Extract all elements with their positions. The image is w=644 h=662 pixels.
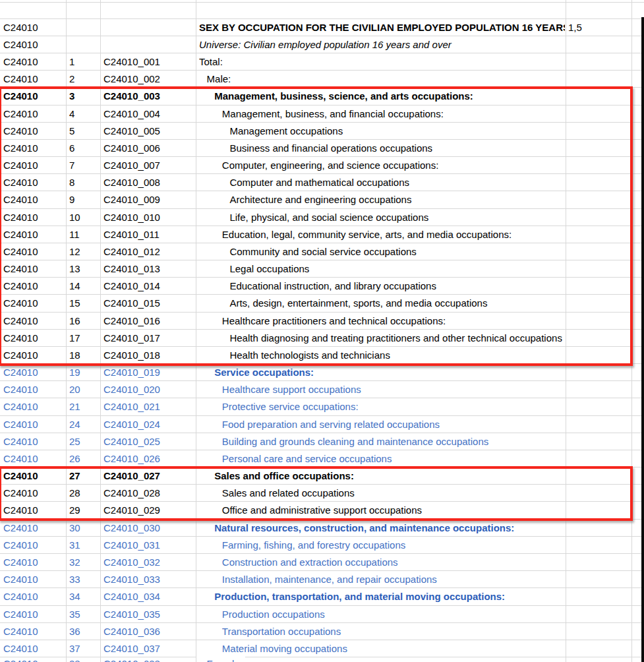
cell-label[interactable]: Total:: [196, 53, 225, 70]
cell-label[interactable]: Male:: [196, 71, 233, 87]
empty-row[interactable]: [0, 2, 644, 19]
cell-line-number[interactable]: 30: [69, 520, 80, 536]
cell-label[interactable]: Installation, maintenance, and repair oc…: [196, 571, 440, 587]
cell-line-number[interactable]: 38: [69, 655, 80, 662]
table-row: C24010 19 C24010_019 Service occupations…: [0, 364, 644, 381]
cell-label[interactable]: Protective service occupations:: [196, 398, 361, 415]
cell-table-id[interactable]: C24010: [3, 655, 38, 662]
cell-line-number[interactable]: 34: [69, 588, 80, 605]
table-title[interactable]: SEX BY OCCUPATION FOR THE CIVILIAN EMPLO…: [196, 19, 565, 36]
cell-label[interactable]: Female:: [196, 655, 245, 662]
cell-line-number[interactable]: 25: [69, 433, 80, 450]
cell-variable-code[interactable]: C24010_034: [103, 588, 160, 605]
table-row: C24010 36 C24010_036 Transportation occu…: [0, 623, 644, 640]
table-row: C24010 21 C24010_021 Protective service …: [0, 398, 644, 415]
cell-variable-code[interactable]: C24010_025: [103, 433, 160, 450]
cell-label[interactable]: Natural resources, construction, and mai…: [196, 520, 517, 536]
cell-table-id[interactable]: C24010: [3, 433, 38, 450]
cell-line-number[interactable]: 36: [69, 623, 80, 640]
cell-table-id[interactable]: C24010: [3, 571, 38, 587]
cell-label[interactable]: Transportation occupations: [196, 623, 343, 640]
cell-line-number[interactable]: 33: [69, 571, 80, 587]
cell-variable-code[interactable]: C24010_019: [103, 364, 160, 380]
cell-line-number[interactable]: 21: [69, 398, 80, 415]
cell-line-number[interactable]: 2: [69, 71, 74, 87]
table-row: C24010 32 C24010_032 Construction and ex…: [0, 554, 644, 571]
cell-label[interactable]: Construction and extraction occupations: [196, 554, 401, 570]
cell-line-number[interactable]: 24: [69, 416, 80, 433]
cell-variable-code[interactable]: C24010_002: [103, 71, 160, 87]
cell-table-id[interactable]: C24010: [3, 623, 38, 640]
table-row: C24010 34 C24010_034 Production, transpo…: [0, 588, 644, 605]
cell-variable-code[interactable]: C24010_035: [103, 606, 160, 622]
cell-table-id[interactable]: C24010: [3, 381, 38, 398]
cell-variable-code[interactable]: C24010_038: [103, 655, 160, 662]
title-row: C24010 SEX BY OCCUPATION FOR THE CIVILIA…: [0, 19, 644, 36]
cell-line-number[interactable]: 32: [69, 554, 80, 570]
table-row: C24010 26 C24010_026 Personal care and s…: [0, 450, 644, 467]
table-row: C24010 30 C24010_030 Natural resources, …: [0, 520, 644, 537]
cell-table-id[interactable]: C24010: [3, 450, 38, 467]
cell-line-number[interactable]: 26: [69, 450, 80, 467]
cell-line-number[interactable]: 37: [69, 640, 80, 657]
cell-line-number[interactable]: 19: [69, 364, 80, 380]
cell-table-id[interactable]: C24010: [3, 71, 38, 87]
cell-line-number[interactable]: 31: [69, 537, 80, 553]
cell-line-number[interactable]: 35: [69, 606, 80, 622]
cell-variable-code[interactable]: C24010_026: [103, 450, 160, 467]
table-row: C24010 2 C24010_002 Male:: [0, 71, 644, 88]
cell-label[interactable]: Personal care and service occupations: [196, 450, 394, 467]
cell-table-id[interactable]: C24010: [3, 364, 38, 380]
table-row: C24010 1 C24010_001 Total:: [0, 53, 644, 71]
cell-table-id[interactable]: C24010: [3, 53, 38, 70]
cell-variable-code[interactable]: C24010_032: [103, 554, 160, 570]
table-row: C24010 33 C24010_033 Installation, maint…: [0, 571, 644, 588]
cell-adjacent-value[interactable]: 1,5: [568, 19, 582, 36]
cell-label[interactable]: Healthcare support occupations: [196, 381, 364, 398]
cell-label[interactable]: Production occupations: [196, 606, 328, 622]
highlight-box-rows-27-29: [0, 466, 633, 522]
cell-variable-code[interactable]: C24010_031: [103, 537, 160, 553]
cell-variable-code[interactable]: C24010_001: [103, 53, 160, 70]
table-row: C24010 35 C24010_035 Production occupati…: [0, 606, 644, 623]
cell-table-id[interactable]: C24010: [3, 537, 38, 553]
cell-table-id[interactable]: C24010: [3, 554, 38, 570]
cell-line-number[interactable]: 20: [69, 381, 80, 398]
cell-table-id[interactable]: C24010: [3, 36, 38, 53]
cell-label[interactable]: Production, transportation, and material…: [196, 588, 508, 605]
cell-label[interactable]: Building and grounds cleaning and mainte…: [196, 433, 491, 450]
cell-table-id[interactable]: C24010: [3, 640, 38, 657]
cell-variable-code[interactable]: C24010_036: [103, 623, 160, 640]
cell-variable-code[interactable]: C24010_033: [103, 571, 160, 587]
table-row: C24010 20 C24010_020 Healthcare support …: [0, 381, 644, 398]
cell-variable-code[interactable]: C24010_021: [103, 398, 160, 415]
universe-row: C24010 Universe: Civilian employed popul…: [0, 36, 644, 53]
highlight-box-rows-3-18: [0, 86, 633, 366]
table-row: C24010 38 C24010_038 Female:: [0, 657, 644, 662]
cell-table-id[interactable]: C24010: [3, 606, 38, 622]
cell-table-id[interactable]: C24010: [3, 588, 38, 605]
cell-variable-code[interactable]: C24010_020: [103, 381, 160, 398]
cell-label[interactable]: Food preparation and serving related occ…: [196, 416, 442, 433]
table-row: C24010 24 C24010_024 Food preparation an…: [0, 416, 644, 433]
cell-table-id[interactable]: C24010: [3, 520, 38, 536]
screenshot-right-edge: [641, 17, 644, 662]
table-row: C24010 37 C24010_037 Material moving occ…: [0, 640, 644, 657]
table-row: C24010 25 C24010_025 Building and ground…: [0, 433, 644, 450]
cell-table-id[interactable]: C24010: [3, 19, 38, 36]
cell-label[interactable]: Farming, fishing, and forestry occupatio…: [196, 537, 408, 553]
cell-variable-code[interactable]: C24010_030: [103, 520, 160, 536]
cell-variable-code[interactable]: C24010_037: [103, 640, 160, 657]
cell-label[interactable]: Service occupations:: [196, 364, 316, 380]
cell-label[interactable]: Material moving occupations: [196, 640, 350, 657]
cell-table-id[interactable]: C24010: [3, 398, 38, 415]
spreadsheet: C24010 SEX BY OCCUPATION FOR THE CIVILIA…: [0, 0, 644, 662]
cell-table-id[interactable]: C24010: [3, 416, 38, 433]
table-row: C24010 31 C24010_031 Farming, fishing, a…: [0, 537, 644, 554]
cell-variable-code[interactable]: C24010_024: [103, 416, 160, 433]
cell-line-number[interactable]: 1: [69, 53, 74, 70]
universe-statement[interactable]: Universe: Civilian employed population 1…: [196, 36, 454, 53]
